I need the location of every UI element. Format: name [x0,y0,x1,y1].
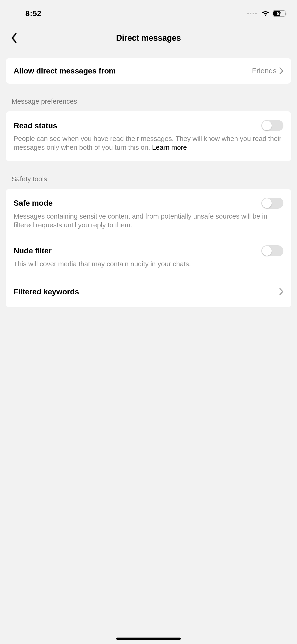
filtered-keywords-title: Filtered keywords [14,287,79,296]
cellular-dots-icon [247,13,257,14]
message-preferences-header: Message preferences [0,84,297,105]
nav-header: Direct messages [0,25,297,51]
chevron-right-icon [279,67,284,75]
svg-point-0 [265,15,266,16]
status-indicators: 57 [247,9,286,16]
safe-mode-description: Messages containing sensitive content an… [6,212,291,239]
allow-from-value: Friends [252,66,276,75]
allow-from-group: Allow direct messages from Friends [6,58,291,84]
read-status-toggle[interactable] [261,120,284,131]
nude-filter-title: Nude filter [14,246,261,255]
status-time: 8:52 [0,8,67,18]
read-status-description: People can see when you have read their … [6,134,291,161]
home-indicator[interactable] [116,638,181,640]
back-button[interactable] [7,31,21,45]
message-preferences-group: Read status People can see when you have… [6,111,291,161]
allow-from-row[interactable]: Allow direct messages from Friends [6,58,291,84]
read-status-title: Read status [14,121,261,130]
status-bar: 8:52 57 [0,0,297,25]
allow-from-label: Allow direct messages from [14,66,116,75]
nude-filter-toggle[interactable] [261,245,284,256]
battery-percent: 57 [273,11,285,16]
read-status-learn-more-link[interactable]: Learn more [152,144,187,151]
read-status-row: Read status [6,111,291,136]
safe-mode-row: Safe mode [6,189,291,213]
safe-mode-toggle[interactable] [261,198,284,209]
nude-filter-row: Nude filter [6,239,291,261]
safe-mode-title: Safe mode [14,198,261,208]
safety-tools-group: Safe mode Messages containing sensitive … [6,189,291,307]
wifi-icon [262,10,269,16]
filtered-keywords-row[interactable]: Filtered keywords [6,278,291,307]
nude-filter-description: This will cover media that may contain n… [6,260,291,278]
battery-icon: 57 [272,10,286,16]
chevron-right-icon [279,288,284,295]
safety-tools-header: Safety tools [0,161,297,183]
page-title: Direct messages [116,33,181,43]
chevron-left-icon [11,33,17,43]
